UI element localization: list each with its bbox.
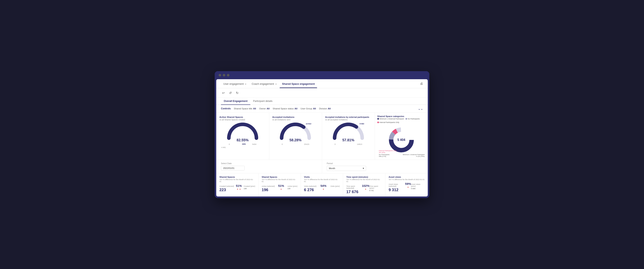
browser-window: User engagement ▾ Coach engagement ▾ Sha… <box>215 71 429 198</box>
stat-time-trend: ▲ <box>364 188 366 190</box>
stat-ss-active-col2-value: 130 <box>288 188 298 190</box>
stat-ss-active-subtitle: YoY % difference for the Month of 2022-0… <box>262 179 298 182</box>
browser-dot-green <box>227 74 230 77</box>
sub-tab-participant[interactable]: Participant details <box>250 98 275 105</box>
stat-visits-trend: ▲ <box>322 188 324 190</box>
legend-external-label: Minimum 1 External Participant <box>380 118 404 120</box>
stat-ss-active-col2: Active (prior) 130 <box>288 185 298 190</box>
filter-shared-space-title-value: All <box>253 107 256 110</box>
filter-user-group-value: All <box>313 107 316 110</box>
print-button[interactable]: 🖨 <box>420 82 423 85</box>
donut-chart-active <box>227 122 258 140</box>
stat-visits-col1-value: 6 276 <box>304 188 316 192</box>
stat-ss-created-col2-value: 148 <box>244 188 255 190</box>
legend-no-participants-label: No Participants <box>408 118 420 120</box>
period-section: Period Month ▾ <box>322 160 428 173</box>
stat-visits-row: Visits (selected) 6 276 54% ▲ Visits (pr… <box>304 184 340 192</box>
stat-time-col1: Time spent (selected) 17 676 <box>346 185 362 194</box>
legend-external-dot <box>377 118 379 120</box>
stat-time-title: Time spent (minutes) <box>346 176 382 178</box>
browser-dot-yellow <box>223 74 225 77</box>
toolbar: ↩ ↺ ↻ <box>216 88 428 98</box>
chart-active-min: 0 <box>229 143 230 145</box>
filter-shared-space-status[interactable]: Shared Space status All <box>273 107 298 110</box>
redo-button[interactable]: ↻ <box>235 90 240 96</box>
undo-button[interactable]: ↺ <box>228 90 233 96</box>
chart-accepted-total: 25415 <box>304 143 309 145</box>
legend-external: Minimum 1 External Participant <box>377 118 404 120</box>
stat-ss-created-col1-value: 223 <box>220 188 234 192</box>
stat-shared-spaces-created: Shared Spaces YoY % difference for the M… <box>216 173 258 196</box>
stat-ss-active-row: Active (selected) 196 51% ▲ Active (prio… <box>262 184 298 192</box>
filter-division-value: All <box>328 107 331 110</box>
stat-asset-col2-value: 5 846 <box>411 188 424 190</box>
tab-user-engagement[interactable]: User engagement ▾ <box>221 79 248 88</box>
chart-accepted-subtitle: vs all invitations sent <box>272 119 319 121</box>
chart-categories-title: Shared Space categories <box>377 115 426 117</box>
chart-accepted-title: Accepted invitations <box>272 116 319 118</box>
controls-bar: Controls Shared Space title All Owner Al… <box>216 105 428 113</box>
browser-dot-red <box>218 74 221 77</box>
sub-tabs: Overall Engagement Participant details <box>216 98 428 105</box>
tab-coach-engagement[interactable]: Coach engagement ▾ <box>249 79 279 88</box>
sub-tab-overall[interactable]: Overall Engagement <box>221 98 250 105</box>
categories-legend: Minimum 1 External Participant No Partic… <box>377 118 426 123</box>
chart-external-top-value: 8 563 <box>360 123 364 125</box>
tab-shared-space-engagement[interactable]: Shared Space engagement <box>280 79 317 88</box>
filter-user-group-label: User Group <box>300 107 312 110</box>
nav-tabs: User engagement ▾ Coach engagement ▾ Sha… <box>216 79 428 88</box>
period-section-label: Period <box>327 162 423 165</box>
chart-accepted-invitations: Accepted invitations vs all invitations … <box>269 113 322 160</box>
stat-ss-created-col2: Created (prior) 148 <box>244 185 255 190</box>
stat-time-subtitle: YoY % difference for the Month of 2022-0… <box>346 179 382 182</box>
categories-annotations: Internal Participants Only347 (6%) No Pa… <box>377 150 426 157</box>
stat-time-col1-value: 17 676 <box>346 190 362 194</box>
chart-active-shared-spaces: Active Shared Spaces vs all Shared Space… <box>216 113 269 160</box>
stat-ss-active-title: Shared Spaces <box>262 176 298 178</box>
stat-visits-col1: Visits (selected) 6 276 <box>304 185 316 192</box>
stat-time-spent: Time spent (minutes) YoY % difference fo… <box>343 173 386 196</box>
period-value[interactable]: Month ▾ <box>327 166 366 171</box>
stat-visits-pct-col: 54% ▲ <box>320 184 326 190</box>
stat-time-col2: Time spent (prior) 8 741 <box>370 185 382 191</box>
chart-active-subtitle: vs all Shared Spaces created <box>220 119 266 121</box>
stat-ss-active-pct-col: 51% ▲ <box>278 184 284 190</box>
filter-shared-space-title[interactable]: Shared Space title All <box>234 107 256 110</box>
chart-active-total: 5404 <box>252 143 256 145</box>
filter-shared-space-title-label: Shared Space title <box>234 107 252 110</box>
stat-ss-created-subtitle: YoY % difference for the Month of 2022-0… <box>220 179 255 182</box>
filter-division[interactable]: Division All <box>319 107 331 110</box>
stat-ss-active-pct: 51% <box>278 184 284 187</box>
stat-ss-active-col1: Active (selected) 196 <box>262 185 275 192</box>
stat-ss-created-col1-label: Created (selected) <box>220 185 234 187</box>
stat-shared-spaces-active: Shared Spaces YoY % difference for the M… <box>258 173 301 196</box>
date-value[interactable]: 2022/01/01 <box>221 166 244 170</box>
chart-active-filled: 4461 <box>242 143 246 145</box>
chart-active-title: Active Shared Spaces <box>220 116 266 118</box>
back-button[interactable]: ↩ <box>221 90 226 96</box>
legend-internal-label: Internal Participants Only <box>380 121 400 123</box>
filter-division-label: Division <box>319 107 327 110</box>
stat-ss-active-col2-label: Active (prior) <box>288 185 298 187</box>
stats-grid: Shared Spaces YoY % difference for the M… <box>216 173 428 196</box>
chart-external-min: 0 <box>334 143 336 145</box>
stat-ss-active-col1-label: Active (selected) <box>262 185 275 187</box>
stat-asset-trend: ▲ <box>407 186 409 188</box>
filter-user-group[interactable]: User Group All <box>300 107 316 110</box>
date-period-row: Select Date 2022/01/01 Period Month ▾ <box>216 160 428 173</box>
browser-content: User engagement ▾ Coach engagement ▾ Sha… <box>216 79 428 196</box>
chart-active-filled-label: 4 461 <box>221 146 226 148</box>
user-engagement-dropdown-icon: ▾ <box>245 83 246 85</box>
stat-ss-created-row: Created (selected) 223 51% ▲ Created (pr… <box>220 184 255 192</box>
stat-asset-subtitle: YoY % difference for the Month of 2022-0… <box>388 179 424 180</box>
date-section-label: Select Date <box>221 162 317 165</box>
filter-owner[interactable]: Owner All <box>259 107 270 110</box>
stat-asset-views: Asset views YoY % difference for the Mon… <box>386 173 428 196</box>
period-dropdown-icon: ▾ <box>363 167 364 170</box>
annotation-external: Minimum 1 External Participant4 123 (76%… <box>403 154 424 157</box>
annotation-internal: Internal Participants Only347 (6%) <box>379 150 426 153</box>
stat-ss-created-pct-col: 51% ▲ <box>236 184 242 190</box>
controls-expand-icon[interactable]: ⌄⌄ <box>418 107 423 111</box>
chart-accepted-external: Accepted invitations by external partici… <box>322 113 375 160</box>
stat-ss-active-trend: ▲ <box>280 188 282 190</box>
